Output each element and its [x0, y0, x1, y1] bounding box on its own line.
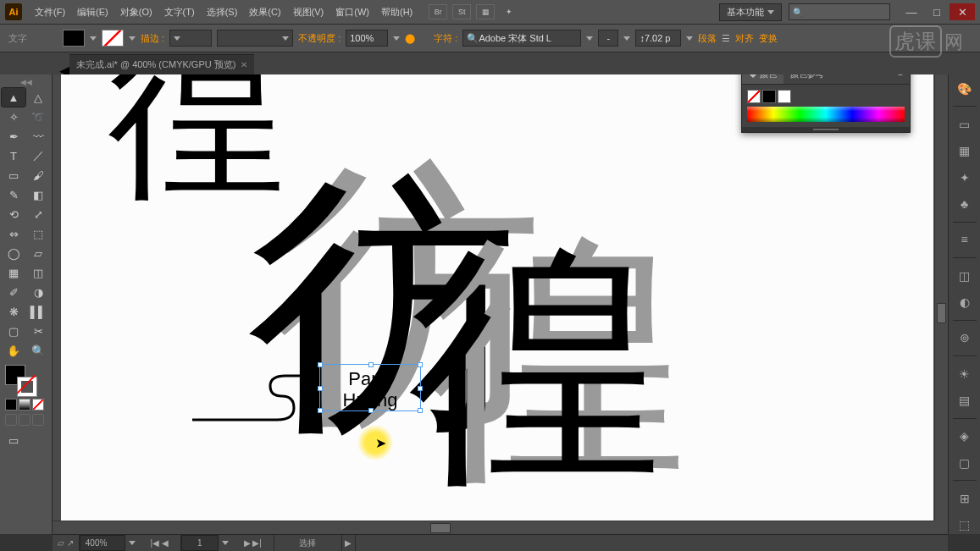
dock-graphic-styles-icon[interactable]: ▤	[955, 391, 974, 409]
handle-mr[interactable]	[418, 386, 423, 391]
color-mode-icon[interactable]	[5, 399, 17, 410]
screen-mode-button[interactable]: ▭	[2, 431, 25, 449]
handle-bm[interactable]	[368, 408, 374, 413]
font-size-field[interactable]: ↕ 7.02 p	[635, 30, 681, 47]
eraser-tool[interactable]: ◧	[26, 185, 50, 204]
selected-text[interactable]: Pang Huang	[320, 365, 420, 411]
cp-white-swatch[interactable]	[778, 90, 791, 103]
dock-swatches-icon[interactable]: ▦	[955, 142, 974, 160]
transform-link[interactable]: 变换	[759, 32, 778, 45]
handle-ml[interactable]	[318, 386, 323, 391]
direct-selection-tool[interactable]: △	[26, 88, 50, 107]
menu-edit[interactable]: 编辑(E)	[71, 6, 114, 19]
color-panel[interactable]: ◆ 颜色 颜色参考 ≡	[741, 74, 911, 133]
cp-none-swatch[interactable]	[747, 90, 761, 103]
vertical-scrollbar[interactable]	[934, 74, 948, 521]
draw-behind-icon[interactable]	[19, 414, 30, 426]
canvas[interactable]: 徨 彷 彷 徨 徨 Pang Huang	[53, 74, 948, 534]
handle-bl[interactable]	[318, 408, 323, 413]
dock-layers-icon[interactable]: ◈	[955, 427, 974, 445]
menu-select[interactable]: 选择(S)	[201, 6, 244, 19]
eyedropper-tool[interactable]: ✐	[2, 283, 25, 301]
draw-normal-icon[interactable]	[5, 414, 17, 426]
menu-view[interactable]: 视图(V)	[287, 6, 330, 19]
shape-builder-tool[interactable]: ◯	[2, 244, 25, 262]
stroke-swatch[interactable]	[102, 30, 124, 47]
slice-tool[interactable]: ✂	[26, 322, 50, 340]
curvature-tool[interactable]: 〰	[26, 127, 50, 146]
artboard-next[interactable]: ▶ ▶|	[232, 535, 274, 551]
line-tool[interactable]: ／	[26, 146, 50, 165]
selection-tool[interactable]: ▲	[2, 88, 25, 107]
color-tab[interactable]: ◆ 颜色	[742, 74, 783, 84]
pen-tool[interactable]: ✒	[2, 127, 25, 146]
status-arrow[interactable]: ▶	[342, 535, 356, 551]
free-transform-tool[interactable]: ⬚	[26, 224, 50, 243]
tab-isolation-icon[interactable]: ◀	[59, 63, 66, 74]
maximize-button[interactable]: □	[924, 3, 950, 20]
minimize-button[interactable]: —	[899, 3, 924, 20]
scale-tool[interactable]: ⤢	[26, 205, 50, 223]
gradient-tool[interactable]: ◫	[26, 263, 50, 282]
dock-artboards-icon[interactable]: ▢	[955, 454, 974, 471]
menu-object[interactable]: 对象(O)	[114, 6, 158, 19]
color-guide-tab[interactable]: 颜色参考	[783, 74, 831, 84]
pencil-tool[interactable]: ✎	[2, 185, 25, 204]
paragraph-link[interactable]: 段落	[698, 32, 717, 45]
workspace-switcher[interactable]: 基本功能	[719, 3, 782, 21]
width-tool[interactable]: ⇔	[2, 224, 25, 243]
toolbox-grip[interactable]: ◀◀	[2, 78, 50, 86]
handle-tl[interactable]	[318, 362, 323, 367]
dock-stroke-icon[interactable]: ≡	[955, 231, 974, 249]
draw-inside-icon[interactable]	[32, 414, 44, 426]
stroke-weight[interactable]	[169, 30, 212, 47]
close-button[interactable]: ✕	[950, 3, 975, 20]
dock-color-icon[interactable]: 🎨	[955, 80, 974, 97]
align-icons[interactable]: ☰	[722, 33, 730, 44]
bridge-icon[interactable]: Br	[429, 4, 447, 19]
lasso-tool[interactable]: ➰	[26, 107, 50, 126]
none-mode-icon[interactable]	[32, 399, 44, 410]
dock-cc-icon[interactable]: ⊚	[955, 329, 974, 347]
panel-resize-grip[interactable]	[742, 127, 910, 132]
arrange-docs-icon[interactable]: ▦	[476, 4, 495, 19]
hscroll-thumb[interactable]	[430, 523, 451, 533]
dock-properties-icon[interactable]: ▭	[955, 115, 974, 133]
perspective-tool[interactable]: ▱	[26, 244, 50, 262]
dock-brushes-icon[interactable]: ✦	[955, 168, 974, 186]
horizontal-scrollbar[interactable]	[53, 521, 934, 534]
dock-pathfinder-icon[interactable]: ⬚	[955, 516, 974, 534]
zoom-field[interactable]: 400%	[80, 535, 125, 551]
dock-gradient-icon[interactable]: ◫	[955, 267, 974, 284]
magic-wand-tool[interactable]: ✧	[2, 107, 25, 126]
fill-stroke-control[interactable]	[2, 365, 50, 397]
hand-tool[interactable]: ✋	[2, 341, 25, 360]
blend-tool[interactable]: ◑	[26, 283, 50, 301]
type-tool[interactable]: T	[2, 146, 25, 165]
menu-window[interactable]: 窗口(W)	[329, 6, 375, 19]
artboard-tool[interactable]: ▢	[2, 322, 25, 340]
gradient-mode-icon[interactable]	[19, 399, 30, 410]
dock-symbols-icon[interactable]: ♣	[955, 195, 974, 212]
status-nav-icon[interactable]: ▱ ↗	[53, 535, 80, 551]
paintbrush-tool[interactable]: 🖌	[26, 166, 50, 185]
selection-bounding-box[interactable]: Pang Huang	[319, 364, 421, 411]
symbol-sprayer-tool[interactable]: ❋	[2, 302, 25, 321]
dock-transparency-icon[interactable]: ◐	[955, 293, 974, 311]
gpu-icon[interactable]: ✦	[500, 4, 518, 19]
menu-type[interactable]: 文字(T)	[158, 6, 201, 19]
menu-effect[interactable]: 效果(C)	[243, 6, 286, 19]
artboard-prev[interactable]: |◀ ◀	[139, 535, 181, 551]
fill-swatch[interactable]	[63, 30, 85, 47]
stock-icon[interactable]: St	[452, 4, 471, 19]
panel-menu-icon[interactable]: ≡	[891, 74, 910, 84]
opacity-field[interactable]: 100%	[346, 30, 388, 47]
menu-help[interactable]: 帮助(H)	[375, 6, 418, 19]
dock-align-icon[interactable]: ⊞	[955, 489, 974, 507]
column-graph-tool[interactable]: ▌▌	[26, 302, 50, 321]
handle-tm[interactable]	[368, 362, 374, 367]
stroke-box[interactable]	[17, 377, 37, 397]
spectrum-picker[interactable]	[747, 107, 905, 122]
handle-tr[interactable]	[418, 362, 423, 367]
align-link[interactable]: 对齐	[735, 32, 754, 45]
